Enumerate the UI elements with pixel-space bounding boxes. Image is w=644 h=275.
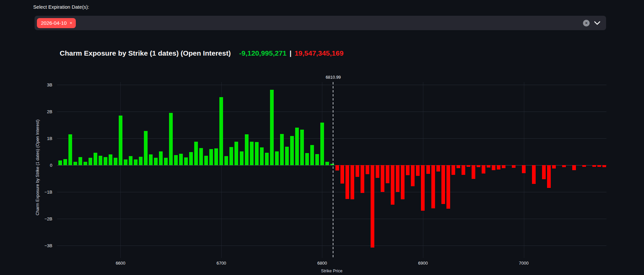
bar[interactable] [547, 165, 551, 188]
bar[interactable] [416, 165, 420, 176]
bar[interactable] [275, 151, 279, 165]
bar[interactable] [265, 153, 269, 165]
bar[interactable] [154, 158, 158, 165]
clear-all-icon[interactable]: × [583, 20, 590, 26]
bar[interactable] [174, 155, 178, 165]
bar[interactable] [134, 159, 138, 165]
bar[interactable] [426, 165, 430, 174]
bar[interactable] [401, 165, 405, 199]
bar[interactable] [184, 157, 188, 165]
bar[interactable] [285, 147, 289, 165]
bar[interactable] [169, 113, 173, 165]
bar[interactable] [149, 154, 153, 165]
bar[interactable] [345, 165, 349, 199]
bar[interactable] [270, 90, 274, 165]
bar[interactable] [63, 159, 67, 165]
bar[interactable] [124, 159, 127, 165]
bar[interactable] [497, 165, 500, 169]
bar[interactable] [502, 165, 505, 168]
bar[interactable] [421, 165, 425, 211]
bar[interactable] [482, 165, 485, 174]
bar[interactable] [68, 134, 72, 165]
bar[interactable] [109, 154, 112, 165]
bar[interactable] [492, 165, 495, 170]
bar[interactable] [280, 134, 284, 165]
bar[interactable] [84, 162, 87, 165]
bar[interactable] [94, 153, 97, 165]
bar[interactable] [592, 165, 596, 167]
bar[interactable] [159, 151, 163, 165]
bar[interactable] [189, 152, 193, 165]
bar[interactable] [315, 154, 319, 165]
bar[interactable] [139, 157, 143, 165]
bar[interactable] [164, 158, 168, 165]
expiration-multiselect[interactable]: 2026-04-10 × × [35, 16, 606, 30]
bar[interactable] [441, 165, 445, 204]
bar[interactable] [260, 147, 264, 165]
bar[interactable] [436, 165, 440, 171]
bar[interactable] [320, 123, 324, 165]
bar[interactable] [542, 165, 546, 179]
bar[interactable] [204, 156, 208, 165]
bar[interactable] [597, 165, 601, 167]
chevron-down-icon[interactable] [594, 21, 600, 25]
bar[interactable] [219, 97, 223, 165]
bar[interactable] [356, 165, 359, 177]
bar[interactable] [240, 151, 244, 165]
bar[interactable] [472, 165, 475, 179]
bar[interactable] [73, 162, 77, 165]
bar[interactable] [89, 158, 92, 165]
bar[interactable] [325, 162, 329, 165]
bar[interactable] [446, 165, 450, 209]
bar[interactable] [532, 165, 536, 184]
bar[interactable] [104, 157, 107, 165]
bar[interactable] [376, 165, 379, 178]
bar[interactable] [512, 165, 516, 168]
bar[interactable] [406, 165, 410, 175]
bar[interactable] [305, 153, 309, 165]
bar[interactable] [119, 116, 122, 165]
bar[interactable] [179, 154, 183, 165]
bar[interactable] [386, 165, 389, 183]
bar[interactable] [255, 142, 259, 165]
bar[interactable] [602, 165, 606, 167]
bar[interactable] [234, 142, 238, 165]
bar[interactable] [295, 128, 299, 165]
bar[interactable] [371, 165, 374, 248]
bar[interactable] [431, 165, 435, 208]
bar[interactable] [467, 165, 470, 167]
bar[interactable] [250, 142, 254, 165]
tag-remove-icon[interactable]: × [70, 21, 72, 25]
bar[interactable] [582, 165, 586, 167]
bar[interactable] [562, 165, 566, 167]
bar[interactable] [477, 165, 480, 167]
bar[interactable] [457, 165, 460, 168]
bar[interactable] [290, 136, 294, 165]
bar[interactable] [522, 165, 526, 173]
bar[interactable] [78, 157, 82, 165]
bar[interactable] [144, 131, 148, 165]
bar[interactable] [129, 156, 132, 165]
bar[interactable] [381, 165, 384, 192]
bar[interactable] [552, 165, 556, 168]
bar[interactable] [229, 147, 233, 165]
bar[interactable] [366, 165, 369, 174]
bar[interactable] [335, 165, 339, 170]
bar[interactable] [462, 165, 465, 175]
bar[interactable] [572, 165, 576, 170]
bar[interactable] [310, 145, 314, 165]
bar[interactable] [99, 156, 102, 165]
bar[interactable] [340, 165, 344, 184]
bar[interactable] [396, 165, 399, 192]
bar[interactable] [114, 158, 117, 165]
bar[interactable] [487, 165, 490, 167]
selected-date-tag[interactable]: 2026-04-10 × [37, 18, 76, 28]
bar[interactable] [194, 142, 198, 165]
bar[interactable] [209, 149, 213, 165]
bar[interactable] [214, 148, 218, 165]
bar[interactable] [199, 148, 203, 165]
bar[interactable] [224, 156, 228, 165]
bar[interactable] [411, 165, 415, 186]
bar[interactable] [245, 134, 249, 165]
bar[interactable] [351, 165, 354, 199]
